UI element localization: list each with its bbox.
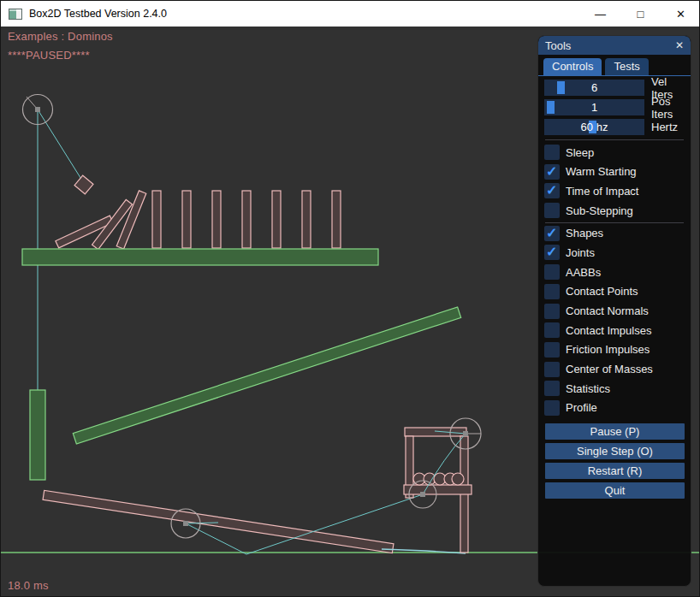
checkbox-row-joints[interactable]: Joints bbox=[544, 245, 684, 260]
checkbox-row-profile[interactable]: Profile bbox=[544, 400, 684, 416]
contact-points-checkbox[interactable] bbox=[544, 284, 560, 299]
aabbs-checkbox[interactable] bbox=[544, 264, 560, 280]
tab-tests[interactable]: Tests bbox=[605, 58, 648, 75]
pause-button[interactable]: Pause (P) bbox=[545, 423, 685, 440]
slider-value: 6 bbox=[544, 80, 644, 96]
angled-plank bbox=[73, 307, 460, 444]
checkbox-label: Time of Impact bbox=[566, 185, 638, 198]
checkbox-label: Sleep bbox=[566, 146, 594, 159]
checkbox-label: Sub-Stepping bbox=[566, 204, 633, 217]
frame-time: 18.0 ms bbox=[8, 579, 49, 592]
slider-value: 1 bbox=[544, 99, 644, 115]
checkbox-label: Warm Starting bbox=[566, 165, 637, 178]
tab-controls[interactable]: Controls bbox=[543, 58, 602, 75]
tab-bar: Controls Tests bbox=[543, 58, 691, 75]
tools-panel-title: Tools bbox=[545, 39, 571, 52]
standing-domino-4 bbox=[242, 191, 251, 248]
standing-domino-2 bbox=[182, 191, 191, 248]
app-icon bbox=[9, 9, 22, 20]
cart-top-bar bbox=[405, 428, 466, 436]
checkbox-label: Shapes bbox=[566, 227, 603, 239]
shapes-checkbox[interactable] bbox=[544, 226, 560, 241]
standing-domino-6 bbox=[302, 191, 311, 248]
cart-wheel-marker bbox=[463, 431, 468, 436]
maximize-icon[interactable]: □ bbox=[620, 1, 661, 27]
restart-button[interactable]: Restart (R) bbox=[545, 463, 685, 479]
cart-shelf bbox=[404, 485, 472, 494]
time-of-impact-checkbox[interactable] bbox=[544, 183, 560, 198]
panel-close-icon[interactable]: ✕ bbox=[675, 36, 684, 55]
window-title: Box2D Testbed Version 2.4.0 bbox=[29, 8, 167, 20]
pos-iters-slider[interactable]: 1 bbox=[544, 99, 644, 115]
quit-button[interactable]: Quit bbox=[545, 482, 685, 499]
example-title: Examples : Dominos bbox=[8, 30, 113, 43]
tools-panel: Tools ✕ Controls Tests 6 Vel Iters 1 Pos… bbox=[537, 35, 691, 587]
shelf-anchor-marker bbox=[420, 492, 425, 497]
sleep-checkbox[interactable] bbox=[544, 145, 560, 160]
joints-checkbox[interactable] bbox=[544, 245, 560, 260]
separator bbox=[545, 222, 684, 223]
tools-panel-titlebar[interactable]: Tools ✕ bbox=[538, 36, 691, 55]
slider-label: Pos Iters bbox=[651, 95, 684, 121]
center-of-masses-checkbox[interactable] bbox=[544, 362, 560, 377]
checkbox-row-sleep[interactable]: Sleep bbox=[544, 145, 684, 160]
standing-domino-1 bbox=[152, 191, 161, 248]
standing-domino-5 bbox=[272, 191, 281, 248]
checkbox-row-contact-points[interactable]: Contact Points bbox=[544, 284, 684, 299]
vel-iters-slider[interactable]: 6 bbox=[544, 80, 644, 96]
vertical-board bbox=[30, 390, 45, 480]
pendulum-rope-diagonal bbox=[38, 109, 82, 180]
checkbox-row-friction-impulses[interactable]: Friction Impulses bbox=[544, 342, 684, 358]
close-icon[interactable]: ✕ bbox=[661, 1, 700, 27]
pulley-wheel-center-marker bbox=[35, 107, 40, 112]
checkbox-label: Center of Masses bbox=[566, 363, 653, 375]
single-step-button[interactable]: Single Step (O) bbox=[545, 443, 685, 459]
checkbox-row-center-of-masses[interactable]: Center of Masses bbox=[544, 362, 684, 377]
checkbox-label: Friction Impulses bbox=[566, 343, 650, 356]
minimize-icon[interactable]: — bbox=[580, 1, 620, 27]
seesaw-pivot-marker bbox=[183, 521, 188, 526]
checkbox-row-contact-normals[interactable]: Contact Normals bbox=[544, 304, 684, 319]
statistics-checkbox[interactable] bbox=[544, 381, 560, 396]
window-titlebar[interactable]: Box2D Testbed Version 2.4.0 — □ ✕ bbox=[1, 1, 700, 27]
contact-impulses-checkbox[interactable] bbox=[544, 322, 560, 338]
separator bbox=[545, 139, 684, 140]
checkbox-label: Statistics bbox=[566, 382, 610, 395]
slider-value: 60 hz bbox=[544, 119, 644, 135]
standing-domino-3 bbox=[212, 191, 221, 248]
button-stack: Pause (P) Single Step (O) Restart (R) Qu… bbox=[538, 423, 691, 499]
sub-stepping-checkbox[interactable] bbox=[544, 203, 560, 218]
swinging-box bbox=[74, 175, 93, 194]
hertz-slider[interactable]: 60 hz bbox=[544, 119, 644, 135]
friction-impulses-checkbox[interactable] bbox=[544, 342, 560, 358]
checkbox-row-contact-impulses[interactable]: Contact Impulses bbox=[544, 322, 684, 338]
shelf-ball-5 bbox=[452, 473, 464, 485]
profile-checkbox[interactable] bbox=[544, 400, 560, 416]
checkbox-label: Contact Points bbox=[566, 285, 638, 298]
checkbox-row-shapes[interactable]: Shapes bbox=[544, 226, 684, 241]
checkbox-row-aabbs[interactable]: AABBs bbox=[544, 264, 684, 280]
checkbox-row-sub-stepping[interactable]: Sub-Stepping bbox=[544, 203, 684, 218]
checkbox-label: Profile bbox=[566, 401, 597, 414]
checkbox-row-statistics[interactable]: Statistics bbox=[544, 381, 684, 396]
checkbox-label: Contact Impulses bbox=[566, 324, 651, 337]
checkbox-row-time-of-impact[interactable]: Time of Impact bbox=[544, 183, 684, 198]
checkbox-row-warm-starting[interactable]: Warm Starting bbox=[544, 164, 684, 180]
slider-label: Hertz bbox=[651, 121, 678, 133]
checkbox-label: Contact Normals bbox=[566, 304, 649, 317]
warm-starting-checkbox[interactable] bbox=[544, 164, 560, 180]
checkbox-label: AABBs bbox=[566, 266, 601, 279]
paused-status: ****PAUSED**** bbox=[8, 49, 90, 62]
rope-ground-to-cart bbox=[246, 494, 423, 554]
checkbox-label: Joints bbox=[566, 246, 595, 259]
contact-normals-checkbox[interactable] bbox=[544, 304, 560, 319]
standing-domino-7 bbox=[332, 191, 341, 248]
platform-shelf bbox=[22, 249, 378, 265]
window-controls: — □ ✕ bbox=[580, 1, 700, 27]
